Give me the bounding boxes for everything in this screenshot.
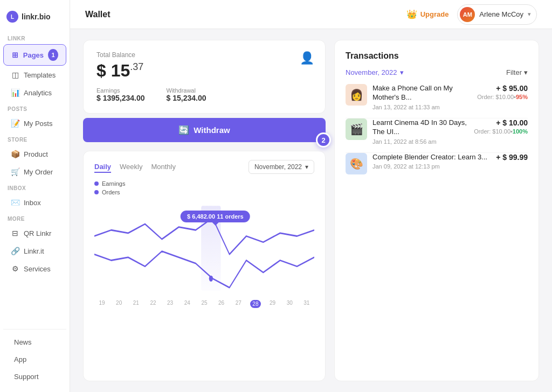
content-area: Total Balance $ 15.37 Earnings $ 1395,23… (70, 29, 552, 392)
sidebar-section-label: Linkr (0, 31, 70, 44)
chart-card: Daily Weekly Monthly November, 2022 ▾ Ea… (83, 151, 326, 381)
step-badge-2: 2 (316, 132, 331, 148)
logo: L linkr.bio (0, 6, 70, 31)
sidebar-item-product[interactable]: 📦Product (3, 145, 66, 163)
my-order-icon: 🛒 (11, 167, 19, 176)
withdraw-wrapper: 🔄 Withdraw 2 (83, 118, 326, 142)
sidebar-item-label-inbox: Inbox (24, 199, 41, 207)
chart-header: Daily Weekly Monthly November, 2022 ▾ (94, 160, 314, 174)
legend-dot-orders (94, 190, 99, 194)
sidebar-item-my-order[interactable]: 🛒My Order (3, 163, 66, 180)
x-label-26: 26 (216, 300, 227, 308)
templates-icon: ◫ (11, 71, 19, 79)
page-title: Wallet (85, 10, 111, 19)
tx-date-0: Jan 13, 2022 at 11:33 am (372, 104, 472, 110)
balance-sub: Earnings $ 1395,234.00 Withdrawal $ 15,2… (96, 87, 312, 102)
sidebar-section-label: More (0, 212, 70, 224)
refresh-icon: 🔄 (178, 125, 189, 135)
transactions-month-label: November, 2022 (346, 68, 397, 76)
chevron-down-icon: ▾ (305, 163, 308, 171)
tx-order-1: Order: $10.00•100% (474, 128, 528, 135)
transactions-filter-row: November, 2022 ▾ Filter ▾ (346, 68, 528, 76)
sidebar-item-label-services: Services (24, 265, 51, 273)
chart-legend: Earnings Orders (94, 180, 314, 195)
earnings-item: Earnings $ 1395,234.00 (96, 87, 145, 102)
services-icon: ⚙ (11, 264, 19, 273)
left-panel: Total Balance $ 15.37 Earnings $ 1395,23… (83, 40, 326, 381)
sidebar-item-templates[interactable]: ◫Templates (3, 66, 66, 83)
person-icon[interactable]: 👤 (300, 51, 314, 65)
tx-amount-2: + $ 99.99 (496, 153, 528, 162)
upgrade-button[interactable]: 👑 Upgrade (406, 9, 449, 19)
sidebar-item-analytics[interactable]: 📊Analytics (3, 84, 66, 101)
tx-amount-1: + $ 10.00 (474, 118, 528, 127)
tx-title-1: Learnt Cinema 4D In 30 Days, The UI... (372, 118, 468, 137)
tx-info-0: Make a Phone Call on My Mother's B...Jan… (372, 84, 472, 110)
tab-weekly[interactable]: Weekly (120, 162, 142, 173)
sidebar-section-label: Store (0, 132, 70, 145)
chart-area: $ 6,482.00 11 orders (94, 200, 314, 297)
sidebar-item-inbox[interactable]: ✉️Inbox (3, 194, 66, 211)
legend-dot-earnings (94, 181, 99, 186)
x-label-28: 28 (250, 300, 261, 308)
transactions-month-filter[interactable]: November, 2022 ▾ (346, 68, 404, 76)
x-label-31: 31 (301, 300, 312, 308)
sidebar-item-pages[interactable]: ⊞Pages1 (3, 44, 66, 66)
filter-label: Filter (506, 68, 522, 76)
balance-amount: $ 15.37 (96, 61, 312, 81)
sidebar-section-label: Posts (0, 102, 70, 114)
sidebar-item-qr-linkr[interactable]: ⊟QR Linkr (3, 225, 66, 242)
tx-order-0: Order: $10.00•95% (477, 94, 528, 100)
tx-amount-col-0: + $ 95.00Order: $10.00•95% (477, 84, 528, 100)
sidebar-footer-app[interactable]: App (6, 351, 63, 368)
x-label-25: 25 (199, 300, 210, 308)
withdraw-button[interactable]: 🔄 Withdraw (83, 118, 326, 142)
x-label-24: 24 (182, 300, 192, 308)
legend-orders-label: Orders (102, 189, 120, 195)
sidebar-item-label-my-order: My Order (24, 168, 53, 176)
tx-amount-col-2: + $ 99.99 (496, 153, 528, 162)
user-name: Arlene McCoy (479, 10, 523, 18)
x-label-22: 22 (148, 300, 158, 308)
tx-info-2: Complete Blender Creator: Learn 3...Jan … (372, 153, 491, 170)
upgrade-icon: 👑 (406, 9, 417, 19)
legend-earnings: Earnings (94, 180, 314, 187)
pages-icon: ⊞ (11, 51, 19, 59)
tx-title-2: Complete Blender Creator: Learn 3... (372, 153, 491, 162)
qr-linkr-icon: ⊟ (11, 229, 19, 237)
transaction-item-2: 🎨Complete Blender Creator: Learn 3...Jan… (346, 153, 528, 182)
dropdown-icon: ▾ (400, 68, 404, 76)
chart-tabs: Daily Weekly Monthly (94, 162, 176, 173)
chart-month-selector[interactable]: November, 2022 ▾ (249, 160, 314, 174)
withdraw-label: Withdraw (194, 125, 230, 135)
x-label-21: 21 (130, 300, 141, 308)
tab-daily[interactable]: Daily (94, 162, 111, 173)
balance-card: Total Balance $ 15.37 Earnings $ 1395,23… (83, 40, 326, 114)
tx-date-2: Jan 09, 2022 at 12:13 pm (372, 163, 491, 170)
x-label-27: 27 (233, 300, 244, 308)
my-posts-icon: 📝 (11, 119, 19, 128)
tx-info-1: Learnt Cinema 4D In 30 Days, The UI...Ja… (372, 118, 468, 145)
tx-thumbnail-1: 🎬 (346, 118, 367, 140)
tab-monthly[interactable]: Monthly (151, 162, 176, 173)
sidebar-footer-support[interactable]: Support (6, 368, 63, 385)
withdrawal-value: $ 15,234.00 (167, 94, 206, 102)
sidebar-item-my-posts[interactable]: 📝My Posts (3, 115, 66, 132)
balance-cents: .37 (130, 61, 143, 72)
filter-button[interactable]: Filter ▾ (506, 68, 528, 76)
avatar: AM (460, 7, 475, 22)
transaction-item-1: 🎬Learnt Cinema 4D In 30 Days, The UI...J… (346, 118, 528, 153)
inbox-icon: ✉️ (11, 198, 19, 207)
sidebar-item-linkr-it[interactable]: 🔗Linkr.it (3, 242, 66, 260)
main-area: Wallet 👑 Upgrade AM Arlene McCoy ▾ Total… (70, 0, 552, 392)
tx-amount-col-1: + $ 10.00Order: $10.00•100% (474, 118, 528, 135)
sidebar-item-services[interactable]: ⚙Services (3, 260, 66, 277)
x-label-30: 30 (284, 300, 295, 308)
sidebar-footer-news[interactable]: News (6, 334, 63, 351)
tx-thumbnail-2: 🎨 (346, 153, 367, 174)
filter-chevron-icon: ▾ (524, 68, 528, 76)
analytics-icon: 📊 (11, 88, 19, 97)
sidebar-item-label-linkr-it: Linkr.it (24, 247, 44, 255)
sidebar-section-label: Inbox (0, 181, 70, 193)
user-menu-button[interactable]: AM Arlene McCoy ▾ (457, 4, 537, 25)
